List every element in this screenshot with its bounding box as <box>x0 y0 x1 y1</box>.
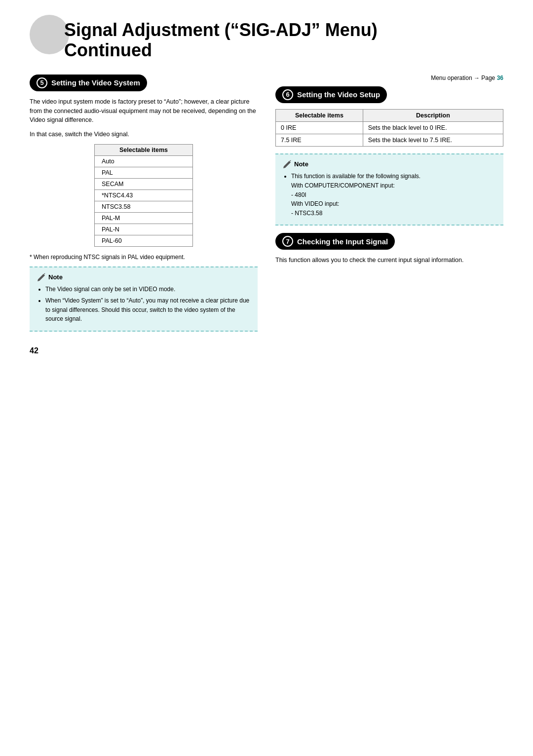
table-row: PAL <box>95 167 193 178</box>
section6-label: Setting the Video Setup <box>297 90 380 99</box>
section7-label: Checking the Input Signal <box>297 237 388 246</box>
table-row: NTSC3.58 <box>95 201 193 212</box>
section5-note-icon: Note <box>37 272 63 282</box>
table-row: PAL-M <box>95 212 193 224</box>
menu-op-page-link[interactable]: 36 <box>497 75 503 81</box>
section6-note-icon: Note <box>282 159 308 169</box>
right-column: Menu operation → Page 36 6 Setting the V… <box>275 75 503 270</box>
page-header: Signal Adjustment (“SIG-ADJ” Menu) Conti… <box>30 20 503 61</box>
table-row: 0 IRESets the black level to 0 IRE. <box>276 121 503 134</box>
menu-op: Menu operation → Page 36 <box>275 75 503 81</box>
section5-footnote: * When reproducing NTSC signals in PAL v… <box>30 254 258 261</box>
left-column: 5 Setting the Video System The video inp… <box>30 75 258 332</box>
section6-note-intro: This function is available for the follo… <box>291 173 420 180</box>
table-row: PAL-60 <box>95 235 193 246</box>
section5-note-box: Note The Video signal can only be set in… <box>30 266 258 332</box>
section5-note-list: The Video signal can only be set in VIDE… <box>37 285 251 323</box>
page-title: Signal Adjustment (“SIG-ADJ” Menu) Conti… <box>59 20 378 61</box>
section6-col1: Selectable items <box>276 109 363 121</box>
section6-note-computer-val: - 480I <box>291 191 306 198</box>
table-row: *NTSC4.43 <box>95 189 193 201</box>
section6-note-video-val: - NTSC3.58 <box>291 210 322 217</box>
section6-heading: 6 Setting the Video Setup <box>275 86 387 103</box>
section5-table-header: Selectable items <box>95 144 193 155</box>
table-row: Auto <box>95 155 193 167</box>
page-number: 42 <box>30 346 503 355</box>
section5-body: The video input system mode is factory p… <box>30 97 258 125</box>
note-pencil-icon2 <box>282 159 292 169</box>
note-pencil-icon <box>37 272 46 282</box>
section6-col2: Description <box>363 109 503 121</box>
section6-note-computer: With COMPUTER/COMPONENT input: <box>291 182 395 189</box>
table-row: PAL-N <box>95 224 193 235</box>
section7-body: This function allows you to check the cu… <box>275 256 503 265</box>
section5-heading: 5 Setting the Video System <box>30 75 147 91</box>
section5-num: 5 <box>37 77 47 88</box>
main-two-col: 5 Setting the Video System The video inp… <box>30 75 503 332</box>
section5-table: Selectable items AutoPALSECAM*NTSC4.43NT… <box>94 144 193 247</box>
section5-label: Setting the Video System <box>51 78 140 87</box>
section6-num: 6 <box>282 89 293 100</box>
section6-table: Selectable items Description 0 IRESets t… <box>275 109 503 147</box>
table-row: SECAM <box>95 178 193 189</box>
table-row: 7.5 IRESets the black level to 7.5 IRE. <box>276 134 503 146</box>
section7-heading: 7 Checking the Input Signal <box>275 233 395 250</box>
section5-body2: In that case, switch the Video signal. <box>30 130 258 139</box>
section7-num: 7 <box>282 236 293 247</box>
section6-note-video: With VIDEO input: <box>291 200 339 207</box>
section6-note-box: Note This function is available for the … <box>275 153 503 226</box>
section6-note-list: This function is available for the follo… <box>282 172 496 218</box>
